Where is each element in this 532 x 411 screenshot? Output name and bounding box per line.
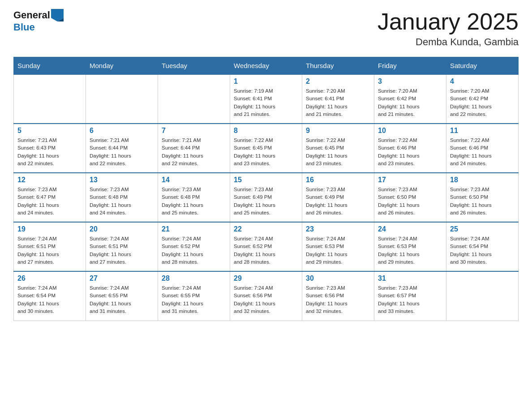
calendar-cell: 30Sunrise: 7:23 AM Sunset: 6:56 PM Dayli… [302, 271, 374, 321]
day-header-monday: Monday [86, 57, 158, 75]
day-header-wednesday: Wednesday [230, 57, 302, 75]
day-info: Sunrise: 7:23 AM Sunset: 6:49 PM Dayligh… [234, 186, 298, 217]
day-info: Sunrise: 7:22 AM Sunset: 6:46 PM Dayligh… [378, 137, 442, 167]
day-number: 16 [306, 176, 370, 184]
day-info: Sunrise: 7:24 AM Sunset: 6:52 PM Dayligh… [162, 235, 226, 266]
day-number: 1 [234, 77, 298, 86]
day-info: Sunrise: 7:19 AM Sunset: 6:41 PM Dayligh… [234, 87, 298, 118]
day-number: 19 [17, 225, 82, 233]
day-info: Sunrise: 7:22 AM Sunset: 6:45 PM Dayligh… [234, 137, 298, 167]
day-number: 3 [378, 77, 442, 86]
day-number: 9 [306, 127, 370, 135]
calendar-cell: 21Sunrise: 7:24 AM Sunset: 6:52 PM Dayli… [158, 222, 230, 271]
calendar-cell: 29Sunrise: 7:24 AM Sunset: 6:56 PM Dayli… [230, 271, 302, 321]
calendar-cell: 5Sunrise: 7:21 AM Sunset: 6:43 PM Daylig… [14, 124, 86, 173]
page-header: General Blue January 2025 Demba Kunda, G… [13, 9, 519, 48]
day-number: 30 [306, 274, 370, 283]
week-row-3: 12Sunrise: 7:23 AM Sunset: 6:47 PM Dayli… [14, 173, 519, 222]
day-number: 27 [90, 274, 154, 283]
day-info: Sunrise: 7:24 AM Sunset: 6:51 PM Dayligh… [90, 235, 154, 266]
day-info: Sunrise: 7:21 AM Sunset: 6:43 PM Dayligh… [17, 137, 82, 167]
calendar-cell: 19Sunrise: 7:24 AM Sunset: 6:51 PM Dayli… [14, 222, 86, 271]
day-header-thursday: Thursday [302, 57, 374, 75]
day-number: 17 [378, 176, 442, 184]
day-number: 5 [17, 127, 82, 135]
day-info: Sunrise: 7:20 AM Sunset: 6:42 PM Dayligh… [450, 87, 515, 118]
week-row-5: 26Sunrise: 7:24 AM Sunset: 6:54 PM Dayli… [14, 271, 519, 321]
day-number: 24 [378, 225, 442, 233]
day-info: Sunrise: 7:23 AM Sunset: 6:48 PM Dayligh… [90, 186, 154, 217]
calendar-cell: 4Sunrise: 7:20 AM Sunset: 6:42 PM Daylig… [446, 74, 519, 124]
day-number: 23 [306, 225, 370, 233]
calendar-cell: 17Sunrise: 7:23 AM Sunset: 6:50 PM Dayli… [374, 173, 446, 222]
calendar-title: January 2025 [378, 9, 519, 34]
calendar-cell: 1Sunrise: 7:19 AM Sunset: 6:41 PM Daylig… [230, 74, 302, 124]
day-number: 14 [162, 176, 226, 184]
day-info: Sunrise: 7:24 AM Sunset: 6:53 PM Dayligh… [378, 235, 442, 266]
calendar-cell: 3Sunrise: 7:20 AM Sunset: 6:42 PM Daylig… [374, 74, 446, 124]
calendar-cell: 15Sunrise: 7:23 AM Sunset: 6:49 PM Dayli… [230, 173, 302, 222]
calendar-cell [158, 74, 230, 124]
title-section: January 2025 Demba Kunda, Gambia [378, 9, 519, 48]
logo: General Blue [13, 9, 64, 33]
day-number: 20 [90, 225, 154, 233]
week-row-4: 19Sunrise: 7:24 AM Sunset: 6:51 PM Dayli… [14, 222, 519, 271]
calendar-cell: 7Sunrise: 7:21 AM Sunset: 6:44 PM Daylig… [158, 124, 230, 173]
day-info: Sunrise: 7:24 AM Sunset: 6:52 PM Dayligh… [234, 235, 298, 266]
day-number: 2 [306, 77, 370, 86]
calendar-cell: 22Sunrise: 7:24 AM Sunset: 6:52 PM Dayli… [230, 222, 302, 271]
day-info: Sunrise: 7:24 AM Sunset: 6:56 PM Dayligh… [234, 284, 298, 315]
day-info: Sunrise: 7:24 AM Sunset: 6:54 PM Dayligh… [450, 235, 515, 266]
day-number: 31 [378, 274, 442, 283]
day-number: 25 [450, 225, 515, 233]
calendar-cell: 27Sunrise: 7:24 AM Sunset: 6:55 PM Dayli… [86, 271, 158, 321]
day-number: 12 [17, 176, 82, 184]
calendar-subtitle: Demba Kunda, Gambia [378, 36, 519, 48]
day-number: 18 [450, 176, 515, 184]
calendar-cell: 6Sunrise: 7:21 AM Sunset: 6:44 PM Daylig… [86, 124, 158, 173]
calendar-cell [14, 74, 86, 124]
day-info: Sunrise: 7:20 AM Sunset: 6:42 PM Dayligh… [378, 87, 442, 118]
calendar-cell: 10Sunrise: 7:22 AM Sunset: 6:46 PM Dayli… [374, 124, 446, 173]
calendar-cell: 18Sunrise: 7:23 AM Sunset: 6:50 PM Dayli… [446, 173, 519, 222]
calendar-cell: 23Sunrise: 7:24 AM Sunset: 6:53 PM Dayli… [302, 222, 374, 271]
day-info: Sunrise: 7:21 AM Sunset: 6:44 PM Dayligh… [90, 137, 154, 167]
calendar-cell: 13Sunrise: 7:23 AM Sunset: 6:48 PM Dayli… [86, 173, 158, 222]
day-number: 4 [450, 77, 515, 86]
calendar-cell: 26Sunrise: 7:24 AM Sunset: 6:54 PM Dayli… [14, 271, 86, 321]
day-info: Sunrise: 7:23 AM Sunset: 6:48 PM Dayligh… [162, 186, 226, 217]
day-info: Sunrise: 7:23 AM Sunset: 6:56 PM Dayligh… [306, 284, 370, 315]
day-info: Sunrise: 7:23 AM Sunset: 6:57 PM Dayligh… [378, 284, 442, 315]
day-number: 10 [378, 127, 442, 135]
calendar-cell: 16Sunrise: 7:23 AM Sunset: 6:49 PM Dayli… [302, 173, 374, 222]
calendar-cell: 25Sunrise: 7:24 AM Sunset: 6:54 PM Dayli… [446, 222, 519, 271]
day-header-sunday: Sunday [14, 57, 86, 75]
day-info: Sunrise: 7:24 AM Sunset: 6:55 PM Dayligh… [90, 284, 154, 315]
calendar-cell: 9Sunrise: 7:22 AM Sunset: 6:45 PM Daylig… [302, 124, 374, 173]
day-info: Sunrise: 7:22 AM Sunset: 6:45 PM Dayligh… [306, 137, 370, 167]
logo-icon [51, 9, 64, 21]
day-number: 13 [90, 176, 154, 184]
calendar-cell [86, 74, 158, 124]
day-header-saturday: Saturday [446, 57, 519, 75]
calendar-cell: 11Sunrise: 7:22 AM Sunset: 6:46 PM Dayli… [446, 124, 519, 173]
calendar-cell: 24Sunrise: 7:24 AM Sunset: 6:53 PM Dayli… [374, 222, 446, 271]
calendar-table: SundayMondayTuesdayWednesdayThursdayFrid… [13, 57, 519, 321]
day-number: 26 [17, 274, 82, 283]
day-info: Sunrise: 7:23 AM Sunset: 6:49 PM Dayligh… [306, 186, 370, 217]
day-number: 7 [162, 127, 226, 135]
logo-general-text: General [13, 9, 50, 21]
day-info: Sunrise: 7:20 AM Sunset: 6:41 PM Dayligh… [306, 87, 370, 118]
day-number: 28 [162, 274, 226, 283]
day-number: 22 [234, 225, 298, 233]
day-number: 11 [450, 127, 515, 135]
day-number: 15 [234, 176, 298, 184]
day-info: Sunrise: 7:24 AM Sunset: 6:51 PM Dayligh… [17, 235, 82, 266]
week-row-1: 1Sunrise: 7:19 AM Sunset: 6:41 PM Daylig… [14, 74, 519, 124]
day-number: 8 [234, 127, 298, 135]
calendar-cell: 12Sunrise: 7:23 AM Sunset: 6:47 PM Dayli… [14, 173, 86, 222]
day-info: Sunrise: 7:21 AM Sunset: 6:44 PM Dayligh… [162, 137, 226, 167]
logo-blue-text: Blue [13, 21, 35, 33]
day-info: Sunrise: 7:23 AM Sunset: 6:47 PM Dayligh… [17, 186, 82, 217]
day-number: 21 [162, 225, 226, 233]
